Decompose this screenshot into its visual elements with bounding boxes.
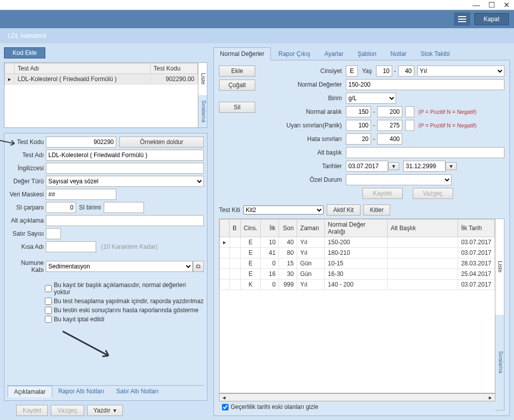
kitler-button[interactable]: Kitler — [363, 204, 390, 216]
col-aralik[interactable]: Normal Değer Aralığı — [325, 220, 388, 237]
check-gecerlilik-gizle[interactable]: Geçerlilik tarihi eski olanları gizle — [219, 401, 495, 410]
gear-icon[interactable] — [193, 261, 204, 272]
date-picker-icon[interactable]: ▾ — [446, 162, 457, 170]
nv-vazgec-button[interactable]: Vazgeç — [413, 188, 453, 199]
tarih-bitis-input[interactable] — [403, 161, 446, 172]
tarih-baslangic-input[interactable] — [346, 161, 388, 172]
yazdir-button[interactable]: Yazdır▾ — [87, 405, 123, 416]
window-minimize-button[interactable]: — — [469, 0, 484, 10]
col-alt-baslik[interactable]: Alt Başlık — [387, 220, 458, 237]
table-row[interactable]: K0999Yıl140 - 20003.07.2017 — [220, 279, 495, 290]
table-row[interactable]: E4180Yıl180-21003.07.2017 — [220, 248, 495, 258]
uyari-min-input[interactable] — [346, 120, 371, 131]
nv-kaydet-button[interactable]: Kaydet — [362, 188, 403, 199]
yas-unit-select[interactable]: Yıl — [417, 65, 504, 77]
label-ozel-durum: Özel Durum — [260, 176, 346, 183]
table-row[interactable]: E015Gün10-1528.03.2017 — [220, 258, 495, 269]
birim-select[interactable]: g/L — [346, 93, 396, 104]
kod-ekle-button[interactable]: Kod Ekle — [4, 47, 45, 58]
kisa-adi-hint: (10 Karaktere Kadar) — [96, 243, 158, 250]
numune-kabi-select[interactable]: Sedimentasyon — [46, 261, 193, 272]
test-kodu-input[interactable] — [46, 136, 116, 148]
vtab-kit-liste[interactable]: Liste — [495, 219, 504, 315]
alt-aciklama-input[interactable] — [46, 215, 204, 226]
check-baslik-aciklama[interactable]: Bu kayıt bir başlık açıklamasıdır, norma… — [8, 282, 204, 296]
si-birimi-input[interactable] — [104, 202, 144, 213]
deger-turu-select[interactable]: Sayısal veya sözel — [46, 176, 204, 187]
tab-rapor-cikis[interactable]: Rapor Çıkış — [272, 47, 317, 60]
col-ilk[interactable]: İlk — [261, 220, 279, 237]
aktif-kit-button[interactable]: Aktif Kit — [327, 204, 360, 216]
arrow-icon — [0, 136, 20, 148]
col-b[interactable]: B — [230, 220, 241, 237]
satir-sayisi-input[interactable] — [46, 228, 61, 239]
ornekten-doldur-button[interactable]: Örnekten doldur — [119, 136, 204, 148]
date-picker-icon[interactable]: ▾ — [388, 162, 399, 170]
label-si-birimi: SI birimi — [76, 204, 104, 211]
tab-stok-takibi[interactable]: Stok Takibi — [414, 47, 457, 60]
label-ingilizcesi: İngilizcesi — [8, 165, 46, 172]
kit-grid[interactable]: B Cins. İlk Son Zaman Normal Değer Aralı… — [219, 219, 495, 393]
test-list-grid[interactable]: Test Adı Test Kodu ▸ LDL-Kolesterol ( Fr… — [4, 62, 198, 128]
ekle-button[interactable]: Ekle — [219, 65, 255, 77]
col-cins[interactable]: Cins. — [241, 220, 261, 237]
normal-aralik-max-input[interactable] — [377, 106, 402, 117]
kaydet-button[interactable]: Kaydet — [16, 405, 48, 416]
cinsiyet-input[interactable] — [346, 65, 358, 77]
normal-aralik-pn-input[interactable] — [405, 106, 414, 117]
label-satir-sayisi: Satır Sayısı — [8, 230, 46, 237]
hata-min-input[interactable] — [346, 133, 371, 145]
normal-degerler-input[interactable] — [346, 79, 504, 90]
tab-satir-alti[interactable]: Satır Altı Notları — [110, 386, 165, 397]
close-button[interactable]: Kapat — [474, 13, 509, 25]
tab-rapor-alti[interactable]: Rapor Altı Notları — [52, 386, 110, 397]
page-title: LDL kolesterol — [8, 32, 46, 39]
vazgec-button[interactable]: Vazgeç — [51, 405, 84, 416]
table-row[interactable]: ▸ LDL-Kolesterol ( Friedwald Formülü ) 9… — [5, 74, 198, 85]
tab-sablon[interactable]: Şablon — [351, 47, 383, 60]
uyari-max-input[interactable] — [377, 120, 402, 131]
col-test-kodu[interactable]: Test Kodu — [151, 63, 198, 74]
label-si-carpani: SI çarpanı — [8, 204, 46, 211]
alt-baslik-input[interactable] — [346, 147, 504, 158]
test-kiti-select[interactable]: Kit2 — [243, 205, 324, 215]
tab-normal-degerler[interactable]: Normal Değerler — [213, 47, 271, 60]
yas-ilk-input[interactable] — [376, 65, 392, 77]
check-iptal[interactable]: Bu kayıt iptal edildi — [8, 316, 204, 323]
veri-maskesi-input[interactable] — [46, 189, 116, 200]
tab-aciklamalar[interactable]: Açıklamalar — [8, 386, 52, 397]
col-zaman[interactable]: Zaman — [297, 220, 325, 237]
si-carpani-input[interactable] — [46, 202, 76, 213]
test-adi-input[interactable] — [46, 150, 204, 161]
vtab-siralama[interactable]: Sıralama — [198, 95, 207, 127]
sil-button[interactable]: Sil — [219, 102, 255, 113]
table-row[interactable]: E1630Gün16-3025.04.2017 — [220, 269, 495, 279]
label-tarihler: Tarihler — [260, 163, 346, 170]
kisa-adi-input[interactable] — [46, 241, 96, 252]
col-ilk-tarih[interactable]: İlk Tarih — [458, 220, 494, 237]
ozel-durum-select[interactable] — [346, 174, 452, 185]
window-close-button[interactable]: ✕ — [499, 0, 514, 10]
uyari-pn-input[interactable] — [405, 120, 414, 131]
label-birim: Birim — [260, 95, 346, 102]
table-row[interactable]: ▸E1040Yıl150-20003.07.2017 — [220, 237, 495, 248]
col-test-adi[interactable]: Test Adı — [15, 63, 151, 74]
normal-aralik-min-input[interactable] — [346, 106, 371, 117]
pn-legend: (P = Pozitif N = Negatif) — [414, 109, 476, 115]
tab-notlar[interactable]: Notlar — [384, 47, 413, 60]
ingilizcesi-input[interactable] — [46, 163, 204, 174]
hata-max-input[interactable] — [377, 133, 402, 145]
page-title-bar: LDL kolesterol — [0, 28, 514, 43]
check-hesaplama[interactable]: Bu test hesaplama yapılmak içindir, rapo… — [8, 298, 204, 305]
yas-son-input[interactable] — [398, 65, 414, 77]
horizontal-scrollbar[interactable]: ◄► — [219, 393, 495, 401]
check-eski-sonuc[interactable]: Bu testin eski sonuçlarını hasta raporla… — [8, 307, 204, 314]
vtab-liste[interactable]: Liste — [198, 63, 207, 95]
col-son[interactable]: Son — [279, 220, 297, 237]
vtab-kit-siralama[interactable]: Sıralama — [495, 315, 504, 410]
cell-test-code: 902290.00 — [151, 74, 198, 85]
window-maximize-button[interactable]: ☐ — [484, 0, 499, 10]
menu-icon[interactable] — [454, 13, 470, 26]
tab-ayarlar[interactable]: Ayarlar — [318, 47, 350, 60]
cogalt-button[interactable]: Çoğalt — [219, 80, 255, 91]
